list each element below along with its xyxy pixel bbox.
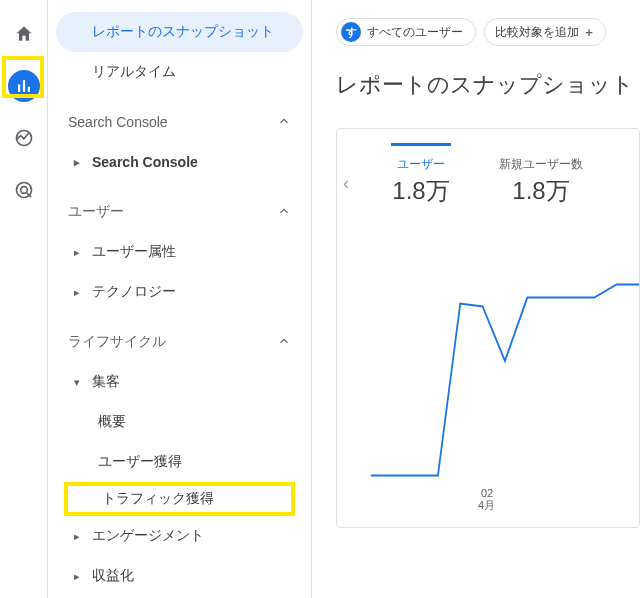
nav-panel: レポートのスナップショット リアルタイム Search Console ▸ Se…: [48, 0, 312, 598]
nav-label: 収益化: [92, 567, 134, 585]
nav-engagement[interactable]: ▸ エンゲージメント: [56, 516, 303, 556]
nav-section-user[interactable]: ユーザー: [56, 192, 303, 232]
metric-tabs: ‹ ユーザー 1.8万 新規ユーザー数 1.8万: [337, 137, 639, 207]
nav-monetization[interactable]: ▸ 収益化: [56, 556, 303, 596]
svg-rect-1: [22, 80, 24, 92]
main-area: す すべてのユーザー 比較対象を追加 ＋ レポートのスナップショット ‹ ユーザ…: [312, 0, 640, 598]
section-label: Search Console: [68, 114, 168, 130]
caret-right-icon: ▸: [68, 156, 86, 169]
explore-icon[interactable]: [8, 122, 40, 154]
nav-label: Search Console: [92, 154, 198, 170]
caret-down-icon: ▾: [68, 376, 86, 389]
metric-value: 1.8万: [375, 175, 467, 207]
nav-label: テクノロジー: [92, 283, 176, 301]
active-tab-indicator: [391, 143, 451, 146]
nav-acquisition[interactable]: ▾ 集客: [56, 362, 303, 402]
nav-technology[interactable]: ▸ テクノロジー: [56, 272, 303, 312]
nav-label: エンゲージメント: [92, 527, 204, 545]
chip-label: 比較対象を追加: [495, 24, 579, 41]
nav-section-lifecycle[interactable]: ライフサイクル: [56, 322, 303, 362]
chip-add-compare[interactable]: 比較対象を追加 ＋: [484, 18, 606, 46]
nav-label: トラフィック獲得: [102, 490, 214, 508]
nav-label: 集客: [92, 373, 120, 391]
plus-icon: ＋: [583, 24, 595, 41]
svg-rect-0: [18, 85, 20, 93]
nav-overview[interactable]: 概要: [56, 402, 303, 442]
metric-users[interactable]: ユーザー 1.8万: [375, 143, 495, 207]
metric-new-users[interactable]: 新規ユーザー数 1.8万: [495, 143, 615, 207]
chip-label: すべてのユーザー: [367, 24, 463, 41]
filter-chips: す すべてのユーザー 比較対象を追加 ＋: [336, 18, 640, 46]
caret-right-icon: ▸: [68, 530, 86, 543]
page-title: レポートのスナップショット: [336, 70, 640, 100]
metric-card: ‹ ユーザー 1.8万 新規ユーザー数 1.8万 02 4月 09: [336, 128, 640, 528]
metric-label: 新規ユーザー数: [495, 156, 587, 173]
left-rail: [0, 0, 48, 598]
nav-realtime[interactable]: リアルタイム: [56, 52, 303, 92]
line-chart: 02 4月 09: [353, 267, 639, 527]
reports-icon[interactable]: [8, 70, 40, 102]
caret-right-icon: ▸: [68, 570, 86, 583]
nav-search-console[interactable]: ▸ Search Console: [56, 142, 303, 182]
chevron-up-icon: [277, 334, 291, 351]
chevron-left-icon[interactable]: ‹: [343, 173, 349, 194]
nav-user-acquisition[interactable]: ユーザー獲得: [56, 442, 303, 482]
chip-all-users[interactable]: す すべてのユーザー: [336, 18, 476, 46]
caret-right-icon: ▸: [68, 246, 86, 259]
svg-rect-2: [27, 87, 29, 92]
nav-traffic-acquisition[interactable]: トラフィック獲得: [64, 482, 295, 516]
home-icon[interactable]: [8, 18, 40, 50]
nav-user-attributes[interactable]: ▸ ユーザー属性: [56, 232, 303, 272]
metric-value: 1.8万: [495, 175, 587, 207]
caret-right-icon: ▸: [68, 286, 86, 299]
nav-label: レポートのスナップショット: [92, 23, 274, 41]
nav-label: リアルタイム: [92, 63, 176, 81]
section-label: ライフサイクル: [68, 333, 166, 351]
advertising-icon[interactable]: [8, 174, 40, 206]
nav-label: ユーザー属性: [92, 243, 176, 261]
section-label: ユーザー: [68, 203, 124, 221]
nav-section-search-console[interactable]: Search Console: [56, 102, 303, 142]
metric-label: ユーザー: [375, 156, 467, 173]
svg-point-5: [20, 187, 27, 194]
chevron-up-icon: [277, 204, 291, 221]
nav-label: 概要: [98, 413, 126, 431]
nav-snapshot[interactable]: レポートのスナップショット: [56, 12, 303, 52]
chip-badge-icon: す: [341, 22, 361, 42]
nav-label: ユーザー獲得: [98, 453, 182, 471]
x-tick-sub: 4月: [478, 498, 495, 513]
chevron-up-icon: [277, 114, 291, 131]
